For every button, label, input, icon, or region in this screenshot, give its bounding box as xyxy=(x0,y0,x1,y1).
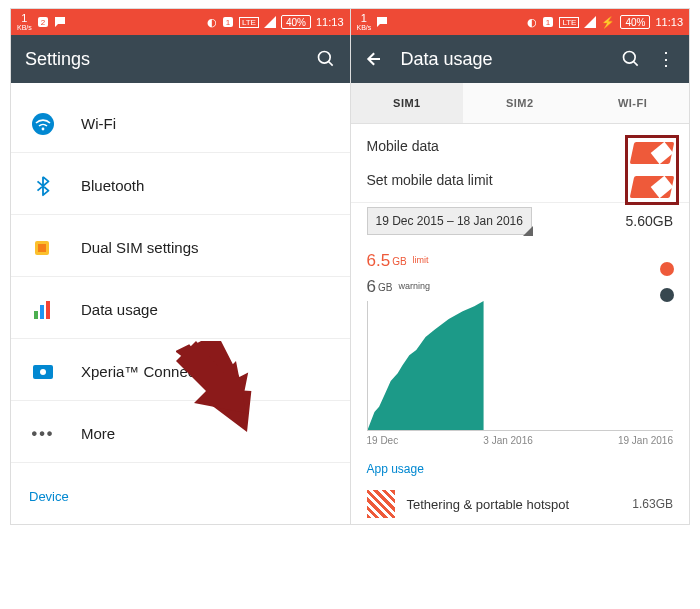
svg-point-4 xyxy=(318,52,330,64)
page-title: Settings xyxy=(25,49,300,70)
item-label: Dual SIM settings xyxy=(81,239,199,256)
network-icon: LTE xyxy=(239,17,259,28)
svg-rect-10 xyxy=(34,311,38,319)
bluetooth-icon xyxy=(29,175,57,197)
limit-label: limit xyxy=(413,255,673,265)
mobile-data-toggle[interactable] xyxy=(630,142,675,164)
total-usage: 5.60GB xyxy=(626,213,673,229)
item-label: Data usage xyxy=(81,301,158,318)
toggle-highlight xyxy=(625,135,679,205)
speed-icon: 1KB/s xyxy=(357,13,372,31)
network-icon: LTE xyxy=(559,17,579,28)
battery-icon: 40% xyxy=(620,15,650,29)
sim1-icon: 1 xyxy=(542,16,554,28)
item-label: More xyxy=(81,425,115,442)
x-axis: 19 Dec 3 Jan 2016 19 Jan 2016 xyxy=(367,431,674,446)
back-icon[interactable] xyxy=(365,49,385,69)
row-label: Mobile data xyxy=(367,138,439,154)
tab-sim2[interactable]: SIM2 xyxy=(463,83,576,123)
data-limit-toggle[interactable] xyxy=(630,176,675,198)
charging-icon: ⚡ xyxy=(601,16,615,29)
svg-text:2: 2 xyxy=(41,18,46,27)
tab-sim1[interactable]: SIM1 xyxy=(351,83,464,123)
svg-rect-9 xyxy=(38,244,46,252)
app-size: 1.63GB xyxy=(632,497,673,511)
item-label: Xperia™ Connectivity xyxy=(81,363,225,380)
data-icon: ◐ xyxy=(527,16,537,29)
tabs: SIM1 SIM2 WI-FI xyxy=(351,83,690,124)
svg-point-7 xyxy=(42,127,45,130)
warning-label: warning xyxy=(398,281,673,291)
chat-icon xyxy=(376,16,388,28)
svg-line-19 xyxy=(634,62,638,66)
app-name: Tethering & portable hotspot xyxy=(407,497,570,512)
app-usage-header: App usage xyxy=(351,446,690,484)
svg-point-14 xyxy=(40,369,46,375)
settings-item-data-usage[interactable]: Data usage xyxy=(11,281,350,339)
data-usage-screen: 1KB/s ◐ 1 LTE ⚡ 40% 11:13 Data usage ⋮ S… xyxy=(351,9,690,524)
search-icon[interactable] xyxy=(621,49,641,69)
signal-icon xyxy=(584,16,596,28)
status-bar: 1KB/s 2 ◐ 1 LTE 40% 11:13 xyxy=(11,9,350,35)
wifi-icon xyxy=(29,112,57,136)
page-title: Data usage xyxy=(401,49,606,70)
status-bar: 1KB/s ◐ 1 LTE ⚡ 40% 11:13 xyxy=(351,9,690,35)
settings-item-bluetooth[interactable]: Bluetooth xyxy=(11,157,350,215)
more-icon: ••• xyxy=(29,425,57,443)
settings-item-xperia[interactable]: Xperia™ Connectivity xyxy=(11,343,350,401)
header: Settings xyxy=(11,35,350,83)
xperia-icon xyxy=(29,364,57,380)
header: Data usage ⋮ xyxy=(351,35,690,83)
app-row-tethering[interactable]: Tethering & portable hotspot 1.63GB xyxy=(351,484,690,524)
sim2-icon: 2 xyxy=(37,16,49,28)
svg-rect-12 xyxy=(46,301,50,319)
tethering-icon xyxy=(367,490,395,518)
settings-item-wifi[interactable]: Wi-Fi xyxy=(11,95,350,153)
warning-value: 6 xyxy=(367,277,376,297)
search-icon[interactable] xyxy=(316,49,336,69)
clock: 11:13 xyxy=(316,16,344,28)
battery-icon: 40% xyxy=(281,15,311,29)
signal-icon xyxy=(264,16,276,28)
item-label: Bluetooth xyxy=(81,177,144,194)
svg-point-18 xyxy=(624,52,636,64)
item-label: Wi-Fi xyxy=(81,115,116,132)
svg-line-5 xyxy=(328,62,332,66)
settings-item-dual-sim[interactable]: Dual SIM settings xyxy=(11,219,350,277)
row-label: Set mobile data limit xyxy=(367,172,493,188)
overflow-icon[interactable]: ⋮ xyxy=(657,48,675,70)
usage-chart: 6.5GB limit 6GB warning 19 Dec 3 Jan 201… xyxy=(351,245,690,446)
area-chart xyxy=(367,301,674,431)
section-device: Device xyxy=(11,475,350,510)
sim-icon xyxy=(29,238,57,258)
svg-text:1: 1 xyxy=(226,18,231,27)
settings-item-more[interactable]: ••• More xyxy=(11,405,350,463)
data-icon: ◐ xyxy=(207,16,217,29)
svg-text:1: 1 xyxy=(546,18,551,27)
svg-rect-11 xyxy=(40,305,44,319)
settings-screen: 1KB/s 2 ◐ 1 LTE 40% 11:13 Settings Wi-Fi xyxy=(11,9,351,524)
chat-icon xyxy=(54,16,66,28)
speed-icon: 1KB/s xyxy=(17,13,32,31)
tab-wifi[interactable]: WI-FI xyxy=(576,83,689,123)
clock: 11:13 xyxy=(655,16,683,28)
data-usage-icon xyxy=(29,299,57,321)
sim1-icon: 1 xyxy=(222,16,234,28)
limit-value: 6.5 xyxy=(367,251,391,271)
date-range-picker[interactable]: 19 Dec 2015 – 18 Jan 2016 xyxy=(367,207,532,235)
